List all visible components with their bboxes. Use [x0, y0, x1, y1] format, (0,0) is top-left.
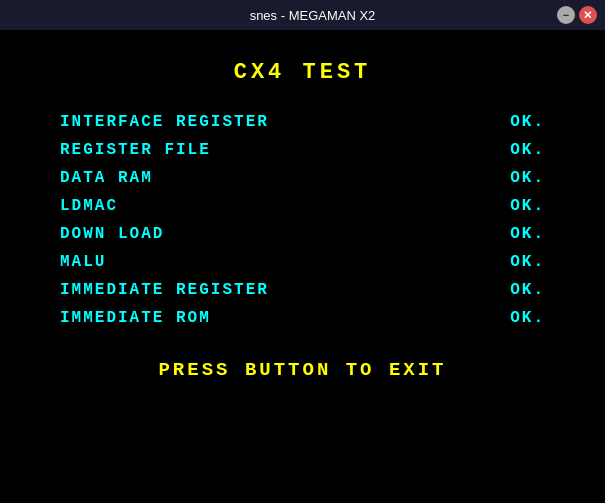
test-label: IMMEDIATE REGISTER: [60, 281, 269, 299]
app-window: snes - MEGAMAN X2 − ✕ Cx4 TEST INTERFACE…: [0, 0, 605, 503]
test-status: OK.: [510, 141, 545, 159]
main-content: Cx4 TEST INTERFACE REGISTEROK.REGISTER F…: [0, 30, 605, 503]
title-bar: snes - MEGAMAN X2 − ✕: [0, 0, 605, 30]
test-status: OK.: [510, 253, 545, 271]
test-label: DATA RAM: [60, 169, 153, 187]
minimize-button[interactable]: −: [557, 6, 575, 24]
test-status: OK.: [510, 169, 545, 187]
test-label: INTERFACE REGISTER: [60, 113, 269, 131]
test-label: DOWN LOAD: [60, 225, 164, 243]
test-row: INTERFACE REGISTEROK.: [60, 113, 545, 131]
test-status: OK.: [510, 281, 545, 299]
screen-title: Cx4 TEST: [234, 60, 372, 85]
test-row: IMMEDIATE ROMOK.: [60, 309, 545, 327]
window-title: snes - MEGAMAN X2: [250, 8, 376, 23]
test-label: IMMEDIATE ROM: [60, 309, 211, 327]
test-row: MALUOK.: [60, 253, 545, 271]
test-row: REGISTER FILEOK.: [60, 141, 545, 159]
title-controls: − ✕: [557, 6, 597, 24]
test-label: REGISTER FILE: [60, 141, 211, 159]
test-row: DOWN LOADOK.: [60, 225, 545, 243]
test-row: IMMEDIATE REGISTEROK.: [60, 281, 545, 299]
test-row: LDMACOK.: [60, 197, 545, 215]
test-row: DATA RAMOK.: [60, 169, 545, 187]
test-label: LDMAC: [60, 197, 118, 215]
test-status: OK.: [510, 309, 545, 327]
test-status: OK.: [510, 113, 545, 131]
close-button[interactable]: ✕: [579, 6, 597, 24]
test-label: MALU: [60, 253, 106, 271]
test-status: OK.: [510, 197, 545, 215]
test-rows: INTERFACE REGISTEROK.REGISTER FILEOK.DAT…: [60, 113, 545, 327]
test-status: OK.: [510, 225, 545, 243]
press-button-text: PRESS BUTTON TO EXIT: [158, 359, 446, 381]
